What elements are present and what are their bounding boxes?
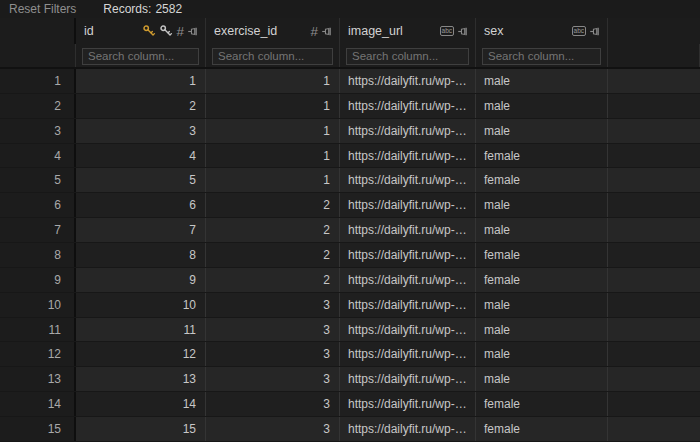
pin-column-icon[interactable] [321, 25, 334, 38]
cell-id[interactable]: 8 [76, 243, 206, 267]
row-number[interactable]: 14 [0, 392, 76, 416]
column-header-exercise-id[interactable]: exercise_id # [206, 18, 340, 44]
cell-id[interactable]: 2 [76, 94, 206, 118]
table-header: id # [0, 18, 700, 44]
search-input-image-url[interactable] [346, 48, 469, 65]
cell-image-url[interactable]: https://dailyfit.ru/wp-… [340, 367, 476, 391]
row-number[interactable]: 15 [0, 417, 76, 441]
row-number[interactable]: 11 [0, 318, 76, 342]
cell-image-url[interactable]: https://dailyfit.ru/wp-… [340, 268, 476, 292]
row-number[interactable]: 2 [0, 94, 76, 118]
filter-gutter [0, 44, 76, 67]
cell-image-url[interactable]: https://dailyfit.ru/wp-… [340, 69, 476, 93]
cell-filler [608, 94, 700, 118]
reset-filters-button[interactable]: Reset Filters [0, 2, 76, 16]
search-input-id[interactable] [82, 48, 199, 65]
filter-cell-exercise-id [206, 44, 340, 67]
cell-id[interactable]: 15 [76, 417, 206, 441]
cell-sex[interactable]: female [476, 417, 608, 441]
cell-exercise-id[interactable]: 3 [206, 318, 340, 342]
pin-column-icon[interactable] [589, 25, 602, 38]
row-number[interactable]: 3 [0, 119, 76, 143]
cell-image-url[interactable]: https://dailyfit.ru/wp-… [340, 293, 476, 317]
cell-exercise-id[interactable]: 2 [206, 218, 340, 242]
cell-sex[interactable]: male [476, 218, 608, 242]
cell-sex[interactable]: male [476, 193, 608, 217]
cell-image-url[interactable]: https://dailyfit.ru/wp-… [340, 392, 476, 416]
cell-image-url[interactable]: https://dailyfit.ru/wp-… [340, 417, 476, 441]
cell-filler [608, 144, 700, 168]
search-input-exercise-id[interactable] [212, 48, 333, 65]
cell-image-url[interactable]: https://dailyfit.ru/wp-… [340, 218, 476, 242]
header-filler [608, 18, 700, 44]
cell-id[interactable]: 13 [76, 367, 206, 391]
cell-sex[interactable]: female [476, 268, 608, 292]
cell-sex[interactable]: female [476, 168, 608, 192]
row-number[interactable]: 10 [0, 293, 76, 317]
table-row: 5 5 1 https://dailyfit.ru/wp-… female [0, 168, 700, 193]
cell-sex[interactable]: female [476, 392, 608, 416]
cell-image-url[interactable]: https://dailyfit.ru/wp-… [340, 243, 476, 267]
row-number[interactable]: 1 [0, 69, 76, 93]
primary-key-icon [142, 24, 156, 38]
row-number[interactable]: 9 [0, 268, 76, 292]
cell-exercise-id[interactable]: 3 [206, 392, 340, 416]
cell-sex[interactable]: female [476, 144, 608, 168]
cell-sex[interactable]: male [476, 119, 608, 143]
cell-image-url[interactable]: https://dailyfit.ru/wp-… [340, 94, 476, 118]
row-number[interactable]: 5 [0, 168, 76, 192]
cell-sex[interactable]: male [476, 94, 608, 118]
table-row: 10 10 3 https://dailyfit.ru/wp-… male [0, 293, 700, 318]
search-input-sex[interactable] [482, 48, 601, 65]
pin-column-icon[interactable] [187, 25, 200, 38]
cell-exercise-id[interactable]: 1 [206, 69, 340, 93]
row-number[interactable]: 7 [0, 218, 76, 242]
row-number[interactable]: 6 [0, 193, 76, 217]
cell-sex[interactable]: male [476, 342, 608, 366]
row-number[interactable]: 4 [0, 144, 76, 168]
table-row: 14 14 3 https://dailyfit.ru/wp-… female [0, 392, 700, 417]
cell-exercise-id[interactable]: 1 [206, 94, 340, 118]
cell-image-url[interactable]: https://dailyfit.ru/wp-… [340, 342, 476, 366]
cell-id[interactable]: 5 [76, 168, 206, 192]
column-header-sex[interactable]: sex abc [476, 18, 608, 44]
cell-exercise-id[interactable]: 2 [206, 268, 340, 292]
cell-exercise-id[interactable]: 3 [206, 367, 340, 391]
cell-sex[interactable]: male [476, 367, 608, 391]
cell-id[interactable]: 11 [76, 318, 206, 342]
cell-id[interactable]: 6 [76, 193, 206, 217]
cell-sex[interactable]: male [476, 293, 608, 317]
row-number[interactable]: 8 [0, 243, 76, 267]
cell-exercise-id[interactable]: 3 [206, 342, 340, 366]
cell-sex[interactable]: female [476, 243, 608, 267]
cell-id[interactable]: 4 [76, 144, 206, 168]
cell-exercise-id[interactable]: 2 [206, 243, 340, 267]
cell-id[interactable]: 7 [76, 218, 206, 242]
cell-image-url[interactable]: https://dailyfit.ru/wp-… [340, 193, 476, 217]
cell-id[interactable]: 9 [76, 268, 206, 292]
cell-exercise-id[interactable]: 1 [206, 119, 340, 143]
cell-image-url[interactable]: https://dailyfit.ru/wp-… [340, 318, 476, 342]
cell-image-url[interactable]: https://dailyfit.ru/wp-… [340, 168, 476, 192]
cell-sex[interactable]: male [476, 69, 608, 93]
table-row: 1 1 1 https://dailyfit.ru/wp-… male [0, 69, 700, 94]
cell-exercise-id[interactable]: 3 [206, 293, 340, 317]
pin-column-icon[interactable] [457, 25, 470, 38]
column-header-id[interactable]: id # [76, 18, 206, 44]
cell-exercise-id[interactable]: 3 [206, 417, 340, 441]
cell-id[interactable]: 14 [76, 392, 206, 416]
cell-exercise-id[interactable]: 2 [206, 193, 340, 217]
cell-exercise-id[interactable]: 1 [206, 168, 340, 192]
column-header-image-url[interactable]: image_url abc [340, 18, 476, 44]
cell-id[interactable]: 3 [76, 119, 206, 143]
text-type-icon: abc [572, 26, 586, 36]
row-number[interactable]: 12 [0, 342, 76, 366]
cell-id[interactable]: 10 [76, 293, 206, 317]
cell-image-url[interactable]: https://dailyfit.ru/wp-… [340, 119, 476, 143]
cell-id[interactable]: 12 [76, 342, 206, 366]
cell-exercise-id[interactable]: 1 [206, 144, 340, 168]
cell-image-url[interactable]: https://dailyfit.ru/wp-… [340, 144, 476, 168]
cell-sex[interactable]: male [476, 318, 608, 342]
row-number[interactable]: 13 [0, 367, 76, 391]
cell-id[interactable]: 1 [76, 69, 206, 93]
